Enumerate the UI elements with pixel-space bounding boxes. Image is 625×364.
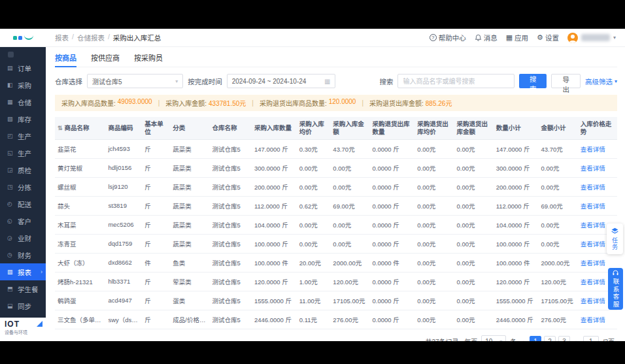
- table-cell: 斤: [142, 196, 170, 215]
- settings-button[interactable]: ⚙ 设置: [537, 33, 559, 42]
- view-detail-link[interactable]: 查看详情: [581, 240, 605, 248]
- help-center-button[interactable]: ? 帮助中心: [430, 33, 466, 42]
- messages-button[interactable]: 消息: [475, 33, 498, 42]
- warehouse-select-value: 测试仓库5: [92, 76, 122, 86]
- table-cell: 测试仓库5: [209, 139, 252, 158]
- sorting-icon: ◳: [7, 184, 14, 190]
- table-cell: 韭菜花: [55, 139, 105, 158]
- apps-button[interactable]: ▦ 应用: [506, 33, 528, 42]
- view-detail-link[interactable]: 查看详情: [581, 222, 605, 229]
- table-cell: 1555.0000 斤: [252, 291, 297, 310]
- messages-label: 消息: [484, 33, 498, 42]
- sidebar-item-inventory[interactable]: ▧库存: [0, 110, 46, 127]
- purchase-icon: ◧: [7, 82, 14, 88]
- column-header: 采购入库均价: [297, 117, 331, 139]
- apps-label: 应用: [515, 33, 528, 42]
- table-cell: 0.30元: [297, 139, 331, 158]
- per-page-select[interactable]: 10 ▾: [481, 335, 506, 341]
- table-cell-action: 查看详情: [578, 177, 617, 196]
- tab-按采购员[interactable]: 按采购员: [134, 52, 163, 63]
- sidebar-item-finance[interactable]: ◷财务: [0, 246, 46, 263]
- search-button[interactable]: 搜索: [519, 74, 547, 88]
- tab-按供应商[interactable]: 按供应商: [91, 52, 120, 63]
- sidebar-item-production[interactable]: ◰生产: [0, 127, 46, 144]
- sidebar-item-delivery[interactable]: ◴配送: [0, 195, 46, 212]
- report-table: ⇅商品名称商品编码基本单位分类仓库名称采购入库数量采购入库均价采购入库金额采购退…: [55, 117, 617, 329]
- table-cell: 测试仓库5: [209, 158, 252, 177]
- sidebar-item-label: 采购: [18, 80, 31, 90]
- breadcrumb-item[interactable]: 仓储报表: [77, 33, 105, 42]
- column-header: 数量小计: [494, 117, 539, 139]
- support-float-button[interactable]: 联系客服: [608, 268, 623, 310]
- sidebar-item-customer[interactable]: ◵客户: [0, 212, 46, 229]
- sidebar-item-biz-finance[interactable]: ◶业财: [0, 229, 46, 246]
- sidebar-item-student-meal[interactable]: ⬒学生餐: [0, 280, 46, 297]
- sidebar-item-label: 学生餐: [18, 284, 39, 294]
- task-float-button[interactable]: 任务: [607, 223, 623, 254]
- prev-page-button[interactable]: ‹: [520, 338, 526, 341]
- table-cell: 0.0000 斤: [370, 158, 415, 177]
- column-header: 采购退货出库均价: [414, 117, 454, 139]
- logo-swoosh: [24, 35, 33, 40]
- table-cell: 1555.0000 斤: [494, 291, 539, 310]
- table-cell: 三文鱼（多单位）: [55, 310, 105, 329]
- tab-按商品[interactable]: 按商品: [55, 52, 76, 63]
- table-cell: 0.62元: [297, 196, 331, 215]
- sidebar-item-report[interactable]: ▥报表›: [0, 263, 46, 280]
- table-cell: 112.0000 斤: [252, 196, 297, 215]
- table-cell: dqd1759: [105, 234, 142, 253]
- page-button-1[interactable]: 1: [530, 336, 541, 341]
- warehouse-select[interactable]: 测试仓库5 ▾: [87, 74, 183, 88]
- inventory-icon: ▧: [7, 116, 14, 122]
- settings-label: 设置: [545, 33, 559, 42]
- view-detail-link[interactable]: 查看详情: [581, 184, 605, 191]
- column-filter-icon[interactable]: ⇅: [58, 125, 63, 131]
- sidebar-item-quality[interactable]: ◲质检: [0, 161, 46, 178]
- table-cell: 斤: [142, 291, 170, 310]
- table-row: 韭菜花jch4593斤蔬菜类测试仓库5147.0000 斤0.30元43.70元…: [55, 139, 617, 158]
- summary-item: 采购退货出库商品数量: 120.0000: [260, 98, 356, 108]
- page-jump-input[interactable]: [583, 336, 599, 341]
- sidebar-item-order[interactable]: ▤订单: [0, 59, 46, 76]
- calendar-icon: ▦: [324, 78, 330, 85]
- page-button-2[interactable]: 2: [544, 336, 556, 341]
- sidebar-item-production-2[interactable]: ◱生产: [0, 144, 46, 161]
- table-cell: 0.00元: [330, 177, 369, 196]
- sidebar-item-label: 生产: [18, 131, 31, 141]
- sidebar-collapse-icon[interactable]: [8, 52, 14, 58]
- table-row: 木耳菜mec5206斤蔬菜类测试仓库5104.0000 斤0.00元0.00元0…: [55, 215, 617, 234]
- summary-label: 采购退货出库商品数量:: [260, 98, 327, 108]
- sidebar-item-sorting[interactable]: ◳分拣: [0, 178, 46, 195]
- view-detail-link[interactable]: 查看详情: [581, 165, 605, 172]
- advanced-filter-link[interactable]: 高级筛选 ▾: [585, 76, 617, 86]
- report-table-wrap: ⇅商品名称商品编码基本单位分类仓库名称采购入库数量采购入库均价采购入库金额采购退…: [55, 117, 617, 329]
- view-detail-link[interactable]: 查看详情: [581, 203, 605, 210]
- table-cell: 0.00元: [454, 196, 494, 215]
- view-detail-link[interactable]: 查看详情: [581, 316, 605, 323]
- date-range-picker[interactable]: 2024-09-24 ~ 2024-10-24 ▦: [227, 74, 336, 88]
- sidebar-item-storage[interactable]: ▦仓储: [0, 93, 46, 110]
- breadcrumb-item[interactable]: 报表: [55, 33, 69, 42]
- search-input[interactable]: [397, 74, 514, 88]
- sidebar-item-purchase[interactable]: ◧采购: [0, 76, 46, 93]
- view-detail-link[interactable]: 查看详情: [581, 297, 605, 305]
- user-menu[interactable]: ▾: [567, 33, 616, 43]
- per-page-unit: 条: [510, 337, 516, 341]
- breadcrumb-separator: /: [72, 33, 74, 42]
- chevron-right-icon: ›: [41, 269, 42, 275]
- sidebar-item-sync[interactable]: ⬓同步: [0, 297, 46, 314]
- view-detail-link[interactable]: 查看详情: [581, 259, 605, 267]
- page-button-3[interactable]: 3: [558, 336, 570, 341]
- table-cell: 螺丝椒: [55, 177, 105, 196]
- table-cell: 测试仓库5: [209, 177, 252, 196]
- table-cell: 0.00元: [454, 158, 494, 177]
- top-bar-actions: ? 帮助中心 消息 ▦ 应用 ⚙ 设置 ▾: [430, 33, 625, 43]
- sidebar-item-label: 业财: [18, 233, 31, 243]
- view-detail-link[interactable]: 查看详情: [581, 146, 605, 153]
- chevron-down-icon: ▾: [615, 78, 617, 84]
- iot-logo: IOT 设备与环境: [0, 318, 46, 341]
- next-page-button[interactable]: ›: [574, 338, 579, 341]
- summary-value: 120.0000: [329, 98, 356, 108]
- view-detail-link[interactable]: 查看详情: [581, 278, 605, 286]
- export-button[interactable]: 导出: [551, 74, 581, 88]
